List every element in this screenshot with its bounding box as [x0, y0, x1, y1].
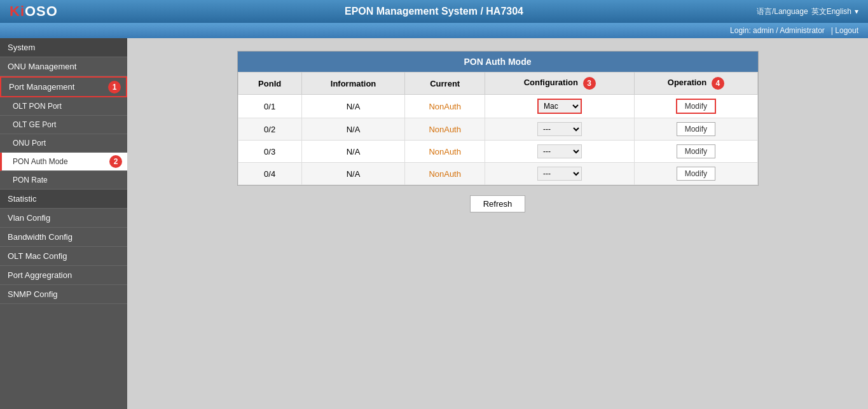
page-title: EPON Management System / HA7304 [345, 6, 523, 17]
table-row: 0/1 N/A NonAuth Mac --- Modify [238, 95, 757, 118]
sidebar-item-pon-rate[interactable]: PON Rate [0, 171, 127, 190]
sidebar-item-bandwidth-config[interactable]: Bandwidth Config [0, 228, 127, 247]
sidebar-item-port-aggregration[interactable]: Port Aggregration [0, 266, 127, 285]
cell-info-1: N/A [301, 95, 404, 118]
sidebar-item-olt-mac-config[interactable]: OLT Mac Config [0, 247, 127, 266]
cell-current-1: NonAuth [405, 95, 485, 118]
cell-info-3: N/A [301, 141, 404, 163]
col-operation: Operation 4 [635, 73, 757, 95]
logo: KiOSO [10, 3, 58, 20]
cell-ponid-2: 0/2 [238, 118, 301, 141]
modify-button-4[interactable]: Modify [677, 167, 715, 181]
cell-op-3[interactable]: Modify [635, 141, 757, 163]
cell-config-1[interactable]: Mac --- [485, 95, 635, 118]
col-ponid: PonId [238, 73, 301, 95]
logo-text: KiOSO [10, 3, 58, 20]
login-info: Login: admin / Administrator [730, 26, 825, 35]
language-value[interactable]: 英文English [811, 6, 851, 17]
pon-auth-table: PonId Information Current Configuration … [238, 72, 758, 185]
table-row: 0/4 N/A NonAuth --- Mac Modify [238, 163, 757, 185]
badge-1: 1 [108, 81, 121, 94]
sidebar-item-olt-ge-port[interactable]: OLT GE Port [0, 116, 127, 134]
config-select-1[interactable]: Mac --- [537, 99, 582, 114]
table-row: 0/2 N/A NonAuth --- Mac Modify [238, 118, 757, 141]
language-label: 语言/Language [757, 6, 808, 17]
cell-op-1[interactable]: Modify [635, 95, 757, 118]
cell-ponid-4: 0/4 [238, 163, 301, 185]
table-row: 0/3 N/A NonAuth --- Mac Modify [238, 141, 757, 163]
cell-op-2[interactable]: Modify [635, 118, 757, 141]
logout-link[interactable]: | Logout [831, 26, 858, 35]
config-select-2[interactable]: --- Mac [537, 122, 582, 136]
config-select-4[interactable]: --- Mac [537, 167, 582, 181]
content-area: PON Auth Mode PonId Information Current … [127, 38, 868, 409]
header-login: Login: admin / Administrator | Logout [0, 23, 868, 38]
sidebar-item-onu-management[interactable]: ONU Management [0, 57, 127, 76]
sidebar-item-pon-auth-mode[interactable]: PON Auth Mode 2 [0, 153, 127, 171]
cell-info-4: N/A [301, 163, 404, 185]
cell-current-4: NonAuth [405, 163, 485, 185]
logo-ki: Ki [10, 3, 25, 19]
cell-current-3: NonAuth [405, 141, 485, 163]
badge-3: 3 [583, 77, 596, 90]
sidebar-item-olt-pon-port[interactable]: OLT PON Port [0, 97, 127, 116]
sidebar-item-snmp-config[interactable]: SNMP Config [0, 285, 127, 304]
badge-4: 4 [712, 77, 724, 90]
pon-auth-mode-panel: PON Auth Mode PonId Information Current … [237, 51, 759, 186]
panel-title: PON Auth Mode [238, 52, 758, 72]
config-select-3[interactable]: --- Mac [537, 144, 582, 158]
col-configuration: Configuration 3 [485, 73, 635, 95]
cell-ponid-1: 0/1 [238, 95, 301, 118]
sidebar-item-onu-port[interactable]: ONU Port [0, 134, 127, 153]
badge-2: 2 [109, 155, 122, 168]
refresh-button[interactable]: Refresh [470, 195, 526, 212]
cell-op-4[interactable]: Modify [635, 163, 757, 185]
cell-current-2: NonAuth [405, 118, 485, 141]
cell-config-2[interactable]: --- Mac [485, 118, 635, 141]
modify-button-3[interactable]: Modify [677, 144, 715, 158]
header-right: 语言/Language 英文English ▾ [757, 6, 858, 17]
modify-button-2[interactable]: Modify [677, 122, 715, 136]
header-top: KiOSO EPON Management System / HA7304 语言… [0, 0, 868, 23]
sidebar: System ONU Management Port Management 1 … [0, 38, 127, 409]
col-current: Current [405, 73, 485, 95]
main-layout: System ONU Management Port Management 1 … [0, 38, 868, 409]
refresh-area: Refresh [140, 186, 855, 222]
sidebar-item-system[interactable]: System [0, 38, 127, 57]
logo-oso: OSO [25, 3, 58, 19]
sidebar-item-statistic[interactable]: Statistic [0, 190, 127, 209]
cell-config-4[interactable]: --- Mac [485, 163, 635, 185]
cell-config-3[interactable]: --- Mac [485, 141, 635, 163]
modify-button-1[interactable]: Modify [676, 99, 716, 114]
col-information: Information [301, 73, 404, 95]
cell-ponid-3: 0/3 [238, 141, 301, 163]
sidebar-item-port-management[interactable]: Port Management 1 [0, 76, 127, 97]
chevron-down-icon: ▾ [855, 7, 858, 16]
cell-info-2: N/A [301, 118, 404, 141]
language-selector[interactable]: 语言/Language 英文English ▾ [757, 6, 858, 17]
sidebar-item-vlan-config[interactable]: Vlan Config [0, 209, 127, 228]
